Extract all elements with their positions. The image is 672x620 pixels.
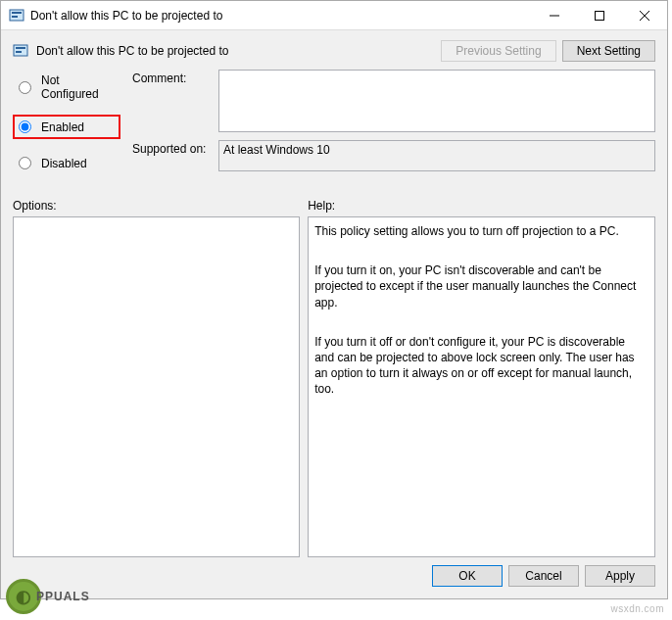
policy-icon [9,8,24,24]
header-title: Don't allow this PC to be projected to [36,44,441,58]
supported-label: Supported on: [132,140,218,171]
cancel-button[interactable]: Cancel [508,565,579,587]
svg-rect-7 [14,45,27,56]
fields: Comment: Supported on: At least Windows … [132,70,655,187]
policy-icon [13,43,28,59]
radio-disabled-input[interactable] [19,157,31,169]
window-title: Don't allow this PC to be projected to [30,9,532,23]
comment-label: Comment: [132,70,218,132]
radio-disabled-label: Disabled [41,157,87,170]
help-label: Help: [308,197,655,216]
options-label: Options: [13,197,300,216]
appuals-text: PPUALS [36,590,90,603]
comment-row: Comment: [132,70,655,132]
help-box[interactable]: This policy setting allows you to turn o… [308,216,655,557]
svg-rect-8 [16,47,25,49]
state-radio-group: Not Configured Enabled Disabled [13,70,120,187]
supported-value: At least Windows 10 [218,140,655,171]
lower-section: Options: Help: This policy setting allow… [1,197,667,557]
close-button[interactable] [622,1,667,29]
watermark: wsxdn.com [610,603,664,614]
help-paragraph: If you turn it on, your PC isn't discove… [314,262,637,310]
svg-rect-9 [16,51,22,53]
comment-textarea[interactable] [218,70,655,132]
minimize-button[interactable] [532,1,577,29]
previous-setting-button: Previous Setting [441,40,555,62]
options-box [13,216,300,557]
options-column: Options: [13,197,300,557]
window-controls [532,1,667,29]
radio-not-configured-label: Not Configured [41,73,117,101]
svg-rect-4 [596,11,604,20]
radio-enabled-label: Enabled [41,120,84,134]
help-paragraph: This policy setting allows you to turn o… [314,223,637,239]
footer-buttons: OK Cancel Apply [1,557,667,598]
svg-rect-2 [12,16,18,18]
maximize-button[interactable] [577,1,622,29]
help-column: Help: This policy setting allows you to … [308,197,655,557]
radio-enabled-input[interactable] [19,120,31,133]
svg-rect-0 [10,10,24,21]
supported-row: Supported on: At least Windows 10 [132,140,655,171]
radio-enabled[interactable]: Enabled [13,115,120,139]
help-paragraph: If you turn it off or don't configure it… [314,334,637,398]
next-setting-button[interactable]: Next Setting [562,40,655,62]
apply-button[interactable]: Apply [585,565,655,587]
radio-disabled[interactable]: Disabled [13,151,120,175]
appuals-logo: ◐ PPUALS [6,579,90,614]
policy-editor-window: Don't allow this PC to be projected to D… [0,0,668,599]
header-row: Don't allow this PC to be projected to P… [1,30,667,70]
svg-rect-1 [12,12,22,14]
titlebar: Don't allow this PC to be projected to [1,1,667,30]
radio-not-configured-input[interactable] [19,81,31,94]
config-section: Not Configured Enabled Disabled Comment:… [1,70,667,197]
radio-not-configured[interactable]: Not Configured [13,72,120,103]
nav-buttons: Previous Setting Next Setting [441,40,655,62]
ok-button[interactable]: OK [432,565,503,587]
